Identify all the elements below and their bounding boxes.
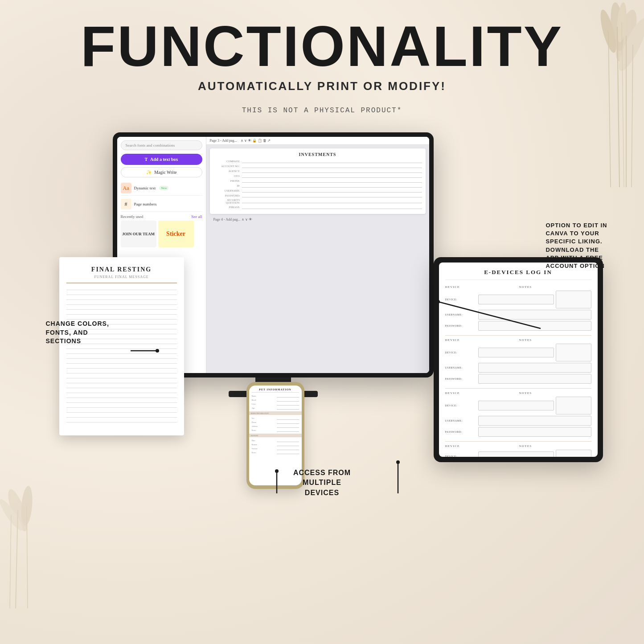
paper-line bbox=[66, 373, 177, 373]
phone-row-3: Color: bbox=[252, 402, 299, 406]
recent-item-sticker[interactable]: Sticker bbox=[158, 221, 194, 247]
tablet-device-section-3: DEVICE: USERNAME: PASSWORD: bbox=[445, 397, 591, 437]
tablet-device-section-1: DEVICE: USERNAME: PASSWORD: bbox=[445, 291, 591, 331]
phone-row-2: Breed: bbox=[252, 398, 299, 402]
annotation-left: CHANGE COLORS, FONTS, AND SECTIONS bbox=[46, 320, 109, 346]
annotation-bottom-line1: ACCESS FROM bbox=[293, 468, 351, 478]
phone-row-6: Phone: bbox=[252, 421, 299, 424]
annotation-right-line1: OPTION TO EDIT IN bbox=[546, 222, 607, 230]
tablet-device-section-2: DEVICE: USERNAME: PASSWORD: bbox=[445, 344, 591, 384]
paper-line bbox=[66, 378, 177, 378]
tablet-field-device-3: DEVICE: bbox=[445, 397, 591, 414]
annotation-right: OPTION TO EDIT IN CANVA TO YOUR SPECIFIC… bbox=[546, 222, 607, 270]
canva-page-numbers-item[interactable]: # Page numbers bbox=[121, 197, 202, 212]
tablet-col-headers-1: DEVICE NOTES bbox=[445, 285, 591, 289]
tablet-field-password-1: PASSWORD: bbox=[445, 321, 591, 331]
not-physical-text: THIS IS NOT A PHYSICAL PRODUCT* bbox=[242, 107, 402, 115]
paper-line bbox=[66, 422, 177, 422]
canva-add-text-btn[interactable]: T Add a text box bbox=[121, 154, 202, 165]
paper-line bbox=[66, 314, 177, 315]
paper-document: FINAL RESTING FUNERAL FINAL MESSAGE bbox=[59, 257, 184, 435]
paper-line bbox=[66, 402, 177, 403]
magic-icon: ✨ bbox=[146, 170, 152, 175]
paper-line bbox=[66, 363, 177, 364]
svg-point-23 bbox=[396, 460, 400, 464]
paper-doc-lines bbox=[66, 290, 177, 422]
tablet-screen: E-DEVICES LOG IN DEVICE NOTES DEVICE: US… bbox=[439, 263, 598, 457]
phone-row-7: Address: bbox=[252, 425, 299, 428]
phone-row-11: Vaccine: bbox=[252, 447, 299, 450]
phone-section-more: MORE INFORMATION bbox=[249, 411, 302, 415]
paper-line bbox=[66, 349, 177, 349]
annotation-right-line6: ACCOUNT OPTION bbox=[546, 262, 607, 270]
annotation-bottom-line2: MULTIPLE bbox=[293, 478, 351, 488]
toolbar-page3-label: Page 3 - Add pag... bbox=[210, 139, 237, 143]
inv-row-phrase: PHRASE: bbox=[213, 205, 422, 209]
tablet-col-headers-4: DEVICE NOTES bbox=[445, 444, 591, 448]
investments-title: INVESTMENTS bbox=[213, 152, 422, 157]
paper-line bbox=[66, 295, 177, 295]
canva-page4-toolbar: Page 4 - Add pag... ∧ ∨ 👁 bbox=[210, 216, 426, 223]
recently-label: Recently used bbox=[121, 214, 144, 219]
dynamic-text-label: Dynamic text bbox=[134, 186, 156, 190]
inv-row-agency: AGENCY: bbox=[213, 169, 422, 173]
tablet-divider-1 bbox=[445, 335, 591, 336]
canva-pages-area: INVESTMENTS COMPANY: ACCOUNT NO.: AGENCY… bbox=[206, 145, 429, 373]
tablet-title: E-DEVICES LOG IN bbox=[445, 269, 591, 280]
canva-page-investments: INVESTMENTS COMPANY: ACCOUNT NO.: AGENCY… bbox=[210, 148, 426, 214]
tablet-field-username-3: USERNAME: bbox=[445, 416, 591, 426]
phone-row-5: Vet: bbox=[252, 417, 299, 420]
paper-line bbox=[66, 368, 177, 369]
main-title: FUNCTIONALITY bbox=[81, 18, 563, 75]
page-numbers-label: Page numbers bbox=[134, 202, 157, 206]
annotation-right-line5: APP WITH A FREE bbox=[546, 254, 607, 262]
phone-row-4: Age: bbox=[252, 406, 299, 410]
tablet-field-username-2: USERNAME: bbox=[445, 363, 591, 373]
inv-row-password: PASSWORD: bbox=[213, 194, 422, 197]
canva-magic-write-btn[interactable]: ✨ Magic Write bbox=[121, 167, 202, 177]
paper-doc-subtitle: FUNERAL FINAL MESSAGE bbox=[66, 275, 177, 283]
new-badge: New bbox=[159, 186, 168, 190]
tablet-divider-3 bbox=[445, 441, 591, 442]
subtitle: AUTOMATICALLY PRINT OR MODIFY! bbox=[198, 79, 446, 93]
phone-row-1: Name: bbox=[252, 394, 299, 398]
canva-recent-items: JOIN OUR TEAM Sticker bbox=[121, 221, 202, 247]
devices-area: Search fonts and combinations T Add a te… bbox=[33, 132, 612, 533]
canva-main-area: Page 3 - Add pag... ∧ ∨ 👁 🔒 📋 🗑 ↗ INVEST… bbox=[206, 137, 429, 373]
inv-row-username: USERNAME: bbox=[213, 189, 422, 193]
canva-dynamic-text-item[interactable]: Aa Dynamic text New bbox=[121, 181, 202, 196]
annotation-bottom-line3: DEVICES bbox=[293, 488, 351, 498]
paper-line bbox=[66, 412, 177, 413]
paper-line bbox=[66, 383, 177, 383]
recent-item-join[interactable]: JOIN OUR TEAM bbox=[121, 221, 156, 247]
phone-row-12: Notes: bbox=[252, 451, 299, 454]
annotation-bottom: ACCESS FROM MULTIPLE DEVICES bbox=[293, 468, 351, 498]
phone-section-history: HISTORY bbox=[249, 434, 302, 437]
inv-row-phone: PHONE: bbox=[213, 179, 422, 183]
tablet-field-password-2: PASSWORD: bbox=[445, 374, 591, 384]
add-text-label: Add a text box bbox=[150, 157, 178, 162]
annotation-right-line3: SPECIFIC LIKING. bbox=[546, 238, 607, 246]
phone-row-8: Notes: bbox=[252, 429, 299, 432]
dynamic-text-icon: Aa bbox=[121, 183, 131, 193]
paper-line bbox=[66, 393, 177, 393]
annotation-right-line4: DOWNLOAD THE bbox=[546, 246, 607, 254]
inv-row-security: SECURITY QUESTION: bbox=[213, 199, 422, 204]
tablet-field-device-4: DEVICE: bbox=[445, 450, 591, 457]
tablet-field-device-1: DEVICE: bbox=[445, 291, 591, 308]
tablet-field-username-1: USERNAME: bbox=[445, 310, 591, 320]
tablet-field-device-2: DEVICE: bbox=[445, 344, 591, 361]
phone-title: PET INFORMATION bbox=[252, 388, 299, 393]
toolbar-icons: ∧ ∨ 👁 🔒 📋 🗑 ↗ bbox=[241, 139, 271, 143]
canva-search-bar: Search fonts and combinations bbox=[121, 140, 202, 150]
tablet: E-DEVICES LOG IN DEVICE NOTES DEVICE: US… bbox=[434, 257, 603, 462]
see-all-label[interactable]: See all bbox=[191, 214, 202, 219]
annotation-left-line2: FONTS, AND bbox=[46, 328, 109, 337]
annotation-right-line2: CANVA TO YOUR bbox=[546, 230, 607, 238]
magic-write-label: Magic Write bbox=[154, 170, 176, 175]
canva-recently-used: Recently used See all bbox=[121, 214, 202, 219]
paper-line bbox=[66, 407, 177, 408]
paper-line bbox=[66, 398, 177, 398]
paper-line bbox=[66, 304, 177, 305]
tablet-col-headers-3: DEVICE NOTES bbox=[445, 391, 591, 395]
